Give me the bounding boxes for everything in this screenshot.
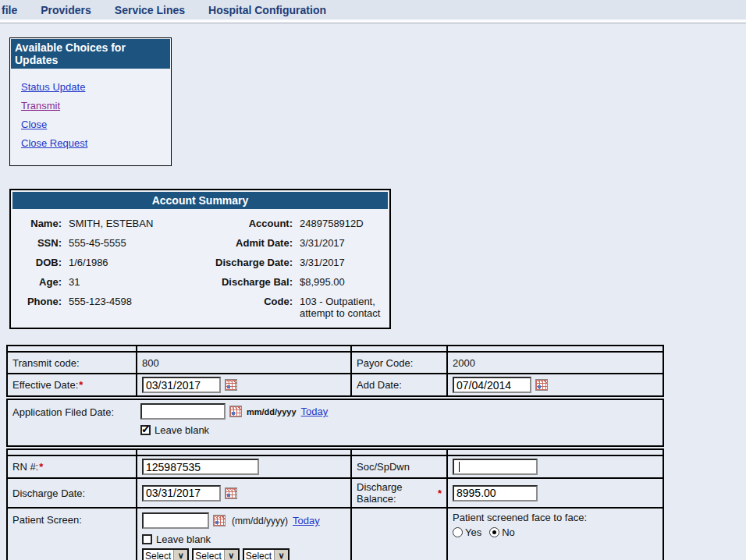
empty-cell <box>350 509 446 560</box>
face-to-face-no-label: No <box>502 526 515 538</box>
face-to-face-yes-label: Yes <box>465 526 481 538</box>
available-choices-title: Available Choices for Updates <box>11 39 170 69</box>
name-value: SMITH, ESTEBAN <box>62 214 201 233</box>
chevron-down-icon[interactable]: ∨ <box>224 550 238 560</box>
nav-separator <box>0 19 746 23</box>
soc-spdwn-label: Soc/SpDwn <box>350 456 446 477</box>
table-row: Patient Screen: (mm/dd/yyyy) Today Leave… <box>8 507 663 560</box>
table-row: Transmit code: 800 Payor Code: 2000 <box>8 351 663 373</box>
transmit-code-label: Transmit code: <box>8 353 136 373</box>
admit-date-value: 3/31/2017 <box>293 233 385 253</box>
account-summary-title: Account Summary <box>12 192 388 209</box>
account-summary-panel: Account Summary Name: SMITH, ESTEBAN Acc… <box>9 189 391 329</box>
ssn-label: SSN: <box>17 233 62 253</box>
account-value: 2489758912D <box>293 214 385 233</box>
account-summary-grid: Name: SMITH, ESTEBAN Account: 2489758912… <box>12 209 388 323</box>
text-caret <box>459 462 460 472</box>
form-table-application-filed: Application Filed Date: mm/dd/yyyy Today… <box>6 399 664 447</box>
date-format-hint: (mm/dd/yyyy) <box>232 516 288 526</box>
spacer-row <box>8 450 663 455</box>
transmit-code-value: 800 <box>136 353 350 373</box>
link-close-request[interactable]: Close Request <box>21 137 171 149</box>
required-asterisk: * <box>438 487 442 499</box>
face-to-face-label: Patient screened face to face: <box>453 512 658 523</box>
spacer-row <box>8 346 663 351</box>
top-nav: file Providers Service Lines Hospital Co… <box>0 0 746 19</box>
required-asterisk: * <box>39 461 43 473</box>
date-format-hint: mm/dd/yyyy <box>247 407 297 416</box>
link-status-update[interactable]: Status Update <box>21 81 171 93</box>
select-value: Select <box>244 550 274 560</box>
table-row: Discharge Date: Discharge Balance:* <box>8 477 663 507</box>
add-date-input[interactable] <box>453 377 531 393</box>
discharge-bal-label: Discharge Bal: <box>201 272 293 292</box>
nav-item-service-lines[interactable]: Service Lines <box>115 4 185 16</box>
table-row: Application Filed Date: mm/dd/yyyy Today… <box>8 400 663 445</box>
chevron-down-icon[interactable]: ∨ <box>274 550 288 560</box>
required-asterisk: * <box>79 379 83 391</box>
soc-spdwn-input[interactable] <box>453 459 538 475</box>
nav-item-file[interactable]: file <box>2 4 17 16</box>
leave-blank-label: Leave blank <box>156 533 211 545</box>
discharge-balance-input[interactable] <box>453 485 538 502</box>
calendar-icon[interactable] <box>225 379 237 391</box>
phone-value: 555-123-4598 <box>62 292 201 323</box>
payor-code-value: 2000 <box>446 353 663 373</box>
patient-screen-select-1[interactable]: Select ∨ <box>142 548 189 560</box>
patient-screen-select-2[interactable]: Select ∨ <box>192 548 239 560</box>
discharge-bal-value: $8,995.00 <box>293 272 385 292</box>
face-to-face-radio-yes[interactable] <box>453 527 463 537</box>
discharge-date-label: Discharge Date: <box>201 253 293 272</box>
select-value: Select <box>194 550 223 560</box>
patient-screen-select-3[interactable]: Select ∨ <box>243 548 290 560</box>
payor-code-label: Payor Code: <box>350 353 446 373</box>
today-link[interactable]: Today <box>301 406 329 417</box>
available-choices-list: Status Update Transmit Close Close Reque… <box>10 69 171 165</box>
patient-screen-label: Patient Screen: <box>8 509 136 560</box>
nav-item-hospital-configuration[interactable]: Hospital Configuration <box>208 4 326 16</box>
patient-screen-date-input[interactable] <box>142 512 209 529</box>
dob-value: 1/6/1986 <box>62 253 201 272</box>
code-value: 103 - Outpatient, attempt to contact <box>293 292 385 323</box>
form-table-patient-details: RN #:* Soc/SpDwn Discharge Date: Dischar… <box>6 448 664 560</box>
account-label: Account: <box>201 214 293 233</box>
ssn-value: 555-45-5555 <box>62 233 201 253</box>
rn-number-label: RN #: <box>12 461 38 473</box>
effective-date-label: Effective Date: <box>12 379 78 391</box>
calendar-icon[interactable] <box>229 406 242 417</box>
discharge-balance-label: Discharge Balance: <box>357 481 437 505</box>
leave-blank-checkbox[interactable] <box>142 534 152 544</box>
age-value: 31 <box>62 272 201 292</box>
select-value: Select <box>144 550 173 560</box>
admit-date-label: Admit Date: <box>201 233 293 253</box>
calendar-icon[interactable] <box>535 379 548 391</box>
leave-blank-checkbox[interactable] <box>140 425 151 435</box>
chevron-down-icon[interactable]: ∨ <box>173 550 187 560</box>
today-link[interactable]: Today <box>293 515 320 526</box>
face-to-face-radio-no[interactable] <box>489 527 499 537</box>
table-row: RN #:* Soc/SpDwn <box>8 455 663 477</box>
leave-blank-label: Leave blank <box>155 424 209 436</box>
effective-date-input[interactable] <box>142 377 221 393</box>
add-date-label: Add Date: <box>350 374 446 395</box>
discharge-date-value: 3/31/2017 <box>293 253 385 272</box>
discharge-date-input[interactable] <box>142 485 221 502</box>
rn-number-input[interactable] <box>142 459 259 475</box>
table-row: Effective Date:* Add Date: <box>8 373 663 395</box>
code-label: Code: <box>201 292 293 323</box>
link-transmit[interactable]: Transmit <box>21 100 171 112</box>
dob-label: DOB: <box>17 253 62 272</box>
nav-item-providers[interactable]: Providers <box>41 4 91 16</box>
calendar-icon[interactable] <box>225 487 237 499</box>
link-close[interactable]: Close <box>21 119 171 130</box>
application-filed-date-label: Application Filed Date: <box>8 400 136 445</box>
discharge-date-field-label: Discharge Date: <box>8 479 136 507</box>
name-label: Name: <box>17 214 62 233</box>
calendar-icon[interactable] <box>213 515 226 526</box>
application-filed-date-input[interactable] <box>140 403 226 420</box>
phone-label: Phone: <box>17 292 62 323</box>
available-choices-panel: Available Choices for Updates Status Upd… <box>9 37 172 166</box>
form-table-codes-dates: Transmit code: 800 Payor Code: 2000 Effe… <box>6 345 664 397</box>
age-label: Age: <box>17 272 62 292</box>
